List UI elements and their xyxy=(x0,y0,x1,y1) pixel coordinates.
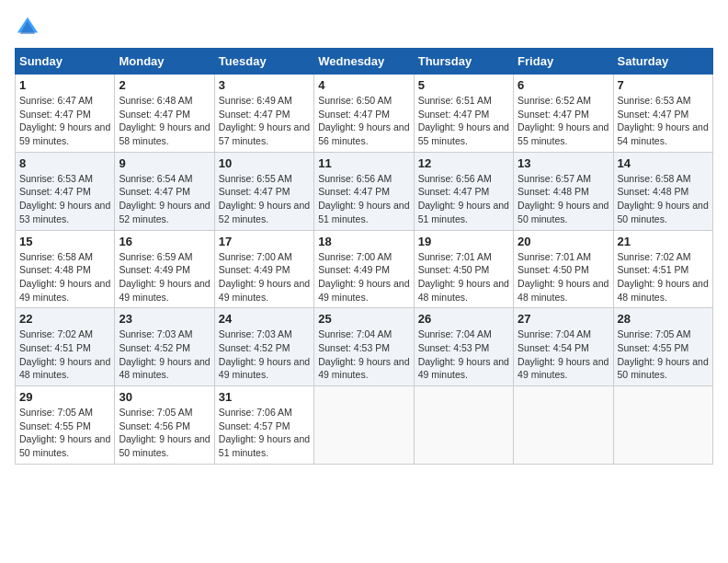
day-info: Sunrise: 6:58 AMSunset: 4:48 PMDaylight:… xyxy=(618,173,709,224)
day-number: 1 xyxy=(19,78,110,92)
day-number: 12 xyxy=(418,156,509,170)
calendar-cell: 8 Sunrise: 6:53 AMSunset: 4:47 PMDayligh… xyxy=(16,152,115,230)
day-number: 4 xyxy=(318,78,409,92)
calendar-week-row: 22 Sunrise: 7:02 AMSunset: 4:51 PMDaylig… xyxy=(16,308,713,386)
calendar-cell: 14 Sunrise: 6:58 AMSunset: 4:48 PMDaylig… xyxy=(613,152,712,230)
calendar-cell: 17 Sunrise: 7:00 AMSunset: 4:49 PMDaylig… xyxy=(214,230,313,308)
calendar-cell xyxy=(514,386,613,465)
day-number: 22 xyxy=(19,312,110,326)
day-number: 20 xyxy=(518,235,609,248)
day-info: Sunrise: 6:47 AMSunset: 4:47 PMDaylight:… xyxy=(19,95,110,146)
day-number: 10 xyxy=(219,156,310,170)
day-info: Sunrise: 6:54 AMSunset: 4:47 PMDaylight:… xyxy=(119,173,210,224)
calendar-cell: 18 Sunrise: 7:00 AMSunset: 4:49 PMDaylig… xyxy=(314,230,414,308)
calendar-header-tuesday: Tuesday xyxy=(214,49,313,75)
calendar-week-row: 29 Sunrise: 7:05 AMSunset: 4:55 PMDaylig… xyxy=(16,386,713,465)
day-number: 7 xyxy=(618,78,709,92)
calendar-cell: 12 Sunrise: 6:56 AMSunset: 4:47 PMDaylig… xyxy=(414,152,513,230)
day-number: 16 xyxy=(119,235,210,248)
calendar-cell: 27 Sunrise: 7:04 AMSunset: 4:54 PMDaylig… xyxy=(514,308,613,386)
calendar-cell xyxy=(314,386,414,465)
calendar-table: SundayMondayTuesdayWednesdayThursdayFrid… xyxy=(15,48,713,465)
day-number: 5 xyxy=(418,78,509,92)
day-number: 2 xyxy=(119,78,210,92)
calendar-cell: 6 Sunrise: 6:52 AMSunset: 4:47 PMDayligh… xyxy=(514,75,613,153)
calendar-week-row: 8 Sunrise: 6:53 AMSunset: 4:47 PMDayligh… xyxy=(16,152,713,230)
calendar-header-wednesday: Wednesday xyxy=(314,49,414,75)
calendar-cell: 3 Sunrise: 6:49 AMSunset: 4:47 PMDayligh… xyxy=(214,75,313,153)
calendar-cell: 31 Sunrise: 7:06 AMSunset: 4:57 PMDaylig… xyxy=(214,386,313,465)
day-info: Sunrise: 7:03 AMSunset: 4:52 PMDaylight:… xyxy=(219,328,310,380)
calendar-header-saturday: Saturday xyxy=(613,49,712,75)
calendar-cell: 15 Sunrise: 6:58 AMSunset: 4:48 PMDaylig… xyxy=(16,230,115,308)
calendar-cell: 13 Sunrise: 6:57 AMSunset: 4:48 PMDaylig… xyxy=(514,152,613,230)
day-number: 19 xyxy=(418,235,509,248)
day-info: Sunrise: 6:51 AMSunset: 4:47 PMDaylight:… xyxy=(418,95,509,146)
calendar-cell: 21 Sunrise: 7:02 AMSunset: 4:51 PMDaylig… xyxy=(613,230,712,308)
day-number: 11 xyxy=(318,156,409,170)
day-number: 31 xyxy=(219,390,310,404)
calendar-cell: 1 Sunrise: 6:47 AMSunset: 4:47 PMDayligh… xyxy=(16,75,115,153)
calendar-cell: 25 Sunrise: 7:04 AMSunset: 4:53 PMDaylig… xyxy=(314,308,414,386)
day-info: Sunrise: 7:05 AMSunset: 4:55 PMDaylight:… xyxy=(19,407,110,458)
calendar-cell: 4 Sunrise: 6:50 AMSunset: 4:47 PMDayligh… xyxy=(314,75,414,153)
day-info: Sunrise: 6:52 AMSunset: 4:47 PMDaylight:… xyxy=(518,95,609,146)
day-info: Sunrise: 7:04 AMSunset: 4:53 PMDaylight:… xyxy=(318,328,409,380)
calendar-header-thursday: Thursday xyxy=(414,49,513,75)
day-info: Sunrise: 6:53 AMSunset: 4:47 PMDaylight:… xyxy=(618,95,709,146)
calendar-cell: 23 Sunrise: 7:03 AMSunset: 4:52 PMDaylig… xyxy=(115,308,214,386)
calendar-header-monday: Monday xyxy=(115,49,214,75)
day-info: Sunrise: 6:56 AMSunset: 4:47 PMDaylight:… xyxy=(418,173,509,224)
calendar-cell: 26 Sunrise: 7:04 AMSunset: 4:53 PMDaylig… xyxy=(414,308,513,386)
day-info: Sunrise: 6:50 AMSunset: 4:47 PMDaylight:… xyxy=(318,95,409,146)
calendar-cell xyxy=(414,386,513,465)
calendar-cell: 20 Sunrise: 7:01 AMSunset: 4:50 PMDaylig… xyxy=(514,230,613,308)
calendar-cell: 7 Sunrise: 6:53 AMSunset: 4:47 PMDayligh… xyxy=(613,75,712,153)
day-number: 26 xyxy=(418,312,509,326)
day-number: 28 xyxy=(618,312,709,326)
calendar-cell: 28 Sunrise: 7:05 AMSunset: 4:55 PMDaylig… xyxy=(613,308,712,386)
day-number: 25 xyxy=(318,312,409,326)
calendar-header-row: SundayMondayTuesdayWednesdayThursdayFrid… xyxy=(16,49,713,75)
calendar-cell: 5 Sunrise: 6:51 AMSunset: 4:47 PMDayligh… xyxy=(414,75,513,153)
calendar-cell: 22 Sunrise: 7:02 AMSunset: 4:51 PMDaylig… xyxy=(16,308,115,386)
logo xyxy=(15,15,42,40)
calendar-cell: 11 Sunrise: 6:56 AMSunset: 4:47 PMDaylig… xyxy=(314,152,414,230)
day-info: Sunrise: 6:55 AMSunset: 4:47 PMDaylight:… xyxy=(219,173,310,224)
day-info: Sunrise: 7:03 AMSunset: 4:52 PMDaylight:… xyxy=(119,328,210,380)
day-number: 14 xyxy=(618,156,709,170)
calendar-cell: 16 Sunrise: 6:59 AMSunset: 4:49 PMDaylig… xyxy=(115,230,214,308)
calendar-cell: 9 Sunrise: 6:54 AMSunset: 4:47 PMDayligh… xyxy=(115,152,214,230)
calendar-cell: 19 Sunrise: 7:01 AMSunset: 4:50 PMDaylig… xyxy=(414,230,513,308)
calendar-cell: 29 Sunrise: 7:05 AMSunset: 4:55 PMDaylig… xyxy=(16,386,115,465)
day-info: Sunrise: 6:58 AMSunset: 4:48 PMDaylight:… xyxy=(19,251,110,303)
calendar-week-row: 15 Sunrise: 6:58 AMSunset: 4:48 PMDaylig… xyxy=(16,230,713,308)
day-info: Sunrise: 6:56 AMSunset: 4:47 PMDaylight:… xyxy=(318,173,409,224)
day-info: Sunrise: 7:05 AMSunset: 4:55 PMDaylight:… xyxy=(618,328,709,380)
calendar-cell xyxy=(613,386,712,465)
day-info: Sunrise: 7:04 AMSunset: 4:54 PMDaylight:… xyxy=(518,328,609,380)
day-info: Sunrise: 7:06 AMSunset: 4:57 PMDaylight:… xyxy=(219,407,310,458)
day-number: 30 xyxy=(119,390,210,404)
calendar-header-sunday: Sunday xyxy=(16,49,115,75)
day-number: 18 xyxy=(318,235,409,248)
calendar-week-row: 1 Sunrise: 6:47 AMSunset: 4:47 PMDayligh… xyxy=(16,75,713,153)
day-number: 23 xyxy=(119,312,210,326)
day-number: 13 xyxy=(518,156,609,170)
calendar-header-friday: Friday xyxy=(514,49,613,75)
day-info: Sunrise: 7:02 AMSunset: 4:51 PMDaylight:… xyxy=(19,328,110,380)
day-info: Sunrise: 7:00 AMSunset: 4:49 PMDaylight:… xyxy=(318,251,409,303)
calendar-cell: 30 Sunrise: 7:05 AMSunset: 4:56 PMDaylig… xyxy=(115,386,214,465)
day-number: 21 xyxy=(618,235,709,248)
day-number: 27 xyxy=(518,312,609,326)
day-info: Sunrise: 6:48 AMSunset: 4:47 PMDaylight:… xyxy=(119,95,210,146)
day-info: Sunrise: 6:49 AMSunset: 4:47 PMDaylight:… xyxy=(219,95,310,146)
day-info: Sunrise: 7:01 AMSunset: 4:50 PMDaylight:… xyxy=(418,251,509,303)
day-number: 24 xyxy=(219,312,310,326)
day-info: Sunrise: 7:01 AMSunset: 4:50 PMDaylight:… xyxy=(518,251,609,303)
day-number: 29 xyxy=(19,390,110,404)
calendar-cell: 24 Sunrise: 7:03 AMSunset: 4:52 PMDaylig… xyxy=(214,308,313,386)
day-number: 15 xyxy=(19,235,110,248)
day-info: Sunrise: 6:59 AMSunset: 4:49 PMDaylight:… xyxy=(119,251,210,303)
calendar-cell: 2 Sunrise: 6:48 AMSunset: 4:47 PMDayligh… xyxy=(115,75,214,153)
